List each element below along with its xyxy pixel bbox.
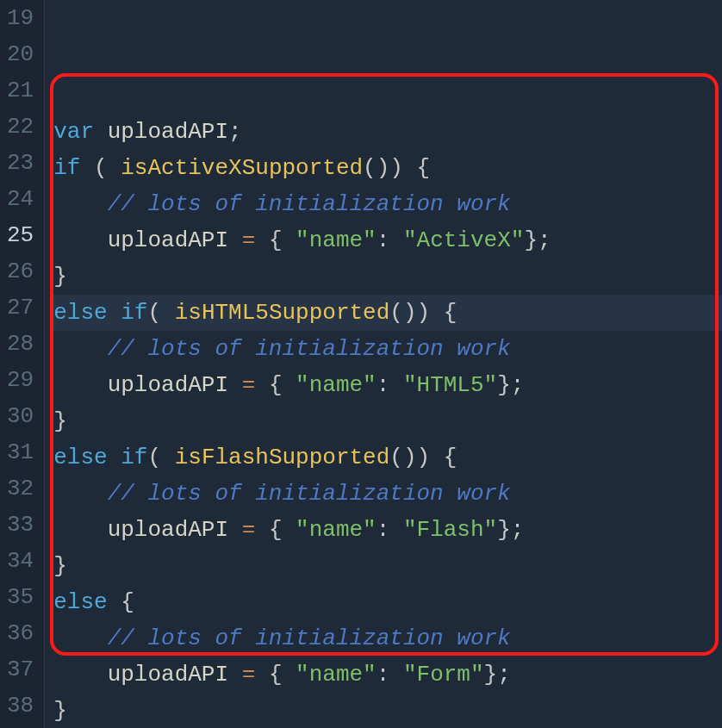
- code-token: {: [255, 227, 296, 253]
- code-token: [53, 662, 107, 688]
- code-token: if: [121, 445, 147, 470]
- code-token: "name": [296, 662, 377, 688]
- code-token: ;: [228, 119, 242, 145]
- code-token: [53, 517, 107, 543]
- code-token: else: [53, 589, 107, 615]
- code-line[interactable]: uploadAPI = { "name": "ActiveX"};: [53, 222, 722, 258]
- code-line[interactable]: // lots of initialization work: [53, 620, 722, 656]
- code-token: ()) {: [389, 300, 457, 326]
- code-token: {: [255, 662, 296, 688]
- code-token: ()) {: [363, 155, 430, 181]
- code-token: }: [53, 553, 67, 579]
- code-line[interactable]: var uploadAPI;: [53, 114, 722, 150]
- code-token: };: [524, 227, 551, 253]
- line-number: 33: [7, 507, 34, 543]
- code-area[interactable]: var uploadAPI;if ( isActiveXSupported())…: [45, 0, 722, 728]
- code-token: "Flash": [403, 517, 497, 543]
- code-token: // lots of initialization work: [108, 625, 511, 651]
- code-token: };: [497, 372, 524, 398]
- code-editor[interactable]: 19 20 21 22 23 24 25 26 27 28 29 30 31 3…: [0, 0, 722, 728]
- code-token: "name": [296, 372, 377, 398]
- code-token: {: [255, 517, 296, 543]
- code-token: // lots of initialization work: [108, 481, 511, 507]
- code-line[interactable]: }: [53, 693, 722, 728]
- code-token: "HTML5": [403, 372, 497, 398]
- code-token: :: [377, 227, 403, 253]
- code-token: :: [377, 662, 403, 688]
- code-token: isActiveXSupported: [121, 155, 363, 181]
- code-line[interactable]: else {: [53, 584, 722, 620]
- code-token: :: [377, 517, 403, 543]
- code-token: }: [53, 264, 67, 289]
- line-number: 26: [7, 253, 34, 289]
- code-line[interactable]: if ( isActiveXSupported()) {: [53, 150, 722, 186]
- line-number: 36: [7, 615, 34, 651]
- code-token: =: [242, 662, 256, 688]
- line-number: 30: [7, 398, 34, 434]
- code-token: uploadAPI: [108, 372, 228, 398]
- code-token: // lots of initialization work: [108, 336, 511, 362]
- code-token: [53, 336, 107, 362]
- line-number: 22: [7, 109, 34, 145]
- code-token: [108, 445, 121, 470]
- code-token: };: [484, 662, 511, 688]
- code-token: [53, 227, 107, 253]
- code-token: }: [53, 408, 67, 434]
- code-token: [228, 227, 242, 253]
- code-token: {: [108, 589, 134, 615]
- code-line[interactable]: // lots of initialization work: [53, 186, 722, 222]
- line-number: 29: [7, 362, 34, 398]
- code-line[interactable]: uploadAPI = { "name": "Form"};: [53, 656, 722, 693]
- code-token: else: [53, 300, 107, 326]
- code-token: (: [147, 300, 174, 326]
- code-line[interactable]: }: [53, 548, 722, 584]
- code-line[interactable]: uploadAPI = { "name": "Flash"};: [53, 512, 722, 548]
- code-token: uploadAPI: [108, 517, 228, 543]
- line-number: 35: [7, 579, 34, 615]
- code-token: uploadAPI: [108, 119, 228, 145]
- code-line[interactable]: [53, 78, 722, 114]
- code-line[interactable]: }: [53, 258, 722, 295]
- line-number: 31: [7, 434, 34, 470]
- code-token: [228, 517, 242, 543]
- line-number: 25: [7, 217, 34, 253]
- code-token: (: [80, 155, 121, 181]
- code-token: else: [53, 445, 107, 470]
- code-token: [228, 662, 242, 688]
- line-number: 38: [7, 688, 34, 724]
- code-token: [53, 481, 107, 507]
- code-token: if: [121, 300, 147, 326]
- code-token: =: [242, 517, 256, 543]
- line-number: 24: [7, 181, 34, 217]
- code-token: "name": [296, 517, 377, 543]
- code-token: :: [377, 372, 403, 398]
- line-number: 34: [7, 543, 34, 579]
- line-number: 32: [7, 470, 34, 507]
- code-token: uploadAPI: [108, 227, 228, 253]
- code-line[interactable]: else if( isFlashSupported()) {: [53, 439, 722, 476]
- code-token: =: [242, 372, 256, 398]
- code-token: isHTML5Supported: [175, 300, 390, 326]
- code-token: ()) {: [389, 445, 457, 470]
- code-line[interactable]: else if( isHTML5Supported()) {: [53, 295, 722, 331]
- code-token: "Form": [403, 662, 484, 688]
- line-number: 37: [7, 651, 34, 688]
- line-number: 27: [7, 289, 34, 326]
- code-token: [228, 372, 242, 398]
- code-line[interactable]: // lots of initialization work: [53, 476, 722, 512]
- code-token: [53, 191, 107, 217]
- code-token: var: [53, 119, 94, 145]
- code-line[interactable]: uploadAPI = { "name": "HTML5"};: [53, 367, 722, 403]
- line-number: 19: [7, 0, 34, 36]
- code-line[interactable]: // lots of initialization work: [53, 331, 722, 367]
- line-number: 20: [7, 36, 34, 72]
- code-token: [53, 372, 107, 398]
- code-line[interactable]: }: [53, 403, 722, 439]
- code-token: };: [497, 517, 524, 543]
- code-token: [94, 119, 108, 145]
- code-token: isFlashSupported: [175, 445, 390, 470]
- code-token: {: [255, 372, 296, 398]
- code-token: if: [53, 155, 80, 181]
- code-token: [108, 300, 121, 326]
- code-token: }: [53, 698, 67, 724]
